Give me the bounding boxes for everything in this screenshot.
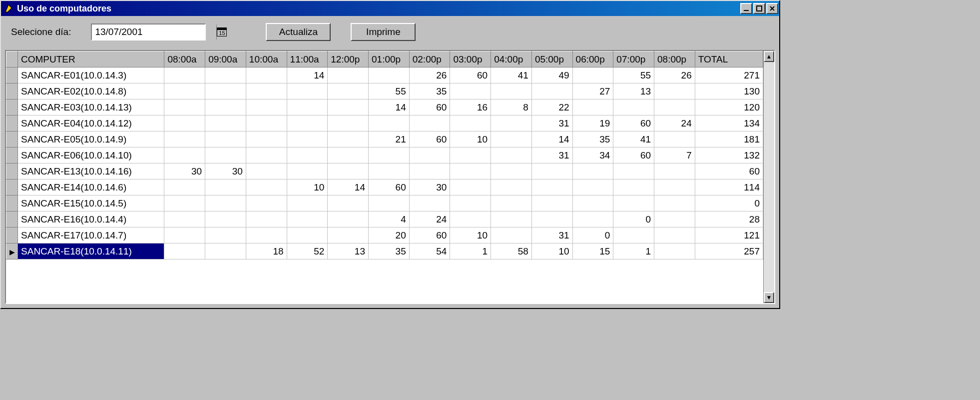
cell-h10[interactable]	[246, 180, 287, 196]
cell-h18[interactable]: 35	[572, 132, 613, 148]
cell-h10[interactable]	[246, 212, 287, 228]
cell-h14[interactable]	[409, 116, 450, 132]
cell-h15[interactable]: 10	[450, 228, 491, 244]
cell-h20[interactable]	[654, 228, 695, 244]
cell-h11[interactable]	[287, 212, 328, 228]
col-01p[interactable]: 01:00p	[369, 52, 410, 68]
titlebar[interactable]: Uso de computadores	[1, 1, 779, 16]
cell-h18[interactable]: 34	[572, 148, 613, 164]
cell-h13[interactable]: 21	[369, 132, 410, 148]
cell-h12[interactable]	[328, 68, 369, 84]
col-03p[interactable]: 03:00p	[450, 52, 491, 68]
cell-computer[interactable]: SANCAR-E15(10.0.14.5)	[18, 196, 164, 212]
cell-h16[interactable]: 41	[491, 68, 532, 84]
cell-computer[interactable]: SANCAR-E01(10.0.14.3)	[18, 68, 164, 84]
cell-h20[interactable]	[654, 84, 695, 100]
cell-h18[interactable]: 15	[572, 244, 613, 260]
cell-total[interactable]: 0	[695, 196, 763, 212]
cell-h08[interactable]	[164, 100, 205, 116]
scroll-up-button[interactable]: ▲	[764, 51, 774, 62]
cell-h11[interactable]: 14	[287, 68, 328, 84]
cell-h11[interactable]	[287, 148, 328, 164]
cell-h11[interactable]: 10	[287, 180, 328, 196]
cell-h20[interactable]: 7	[654, 148, 695, 164]
row-handle[interactable]	[6, 164, 18, 180]
row-handle[interactable]	[6, 84, 18, 100]
data-grid[interactable]: COMPUTER 08:00a 09:00a 10:00a 11:00a 12:…	[5, 50, 775, 304]
cell-h13[interactable]	[369, 196, 410, 212]
cell-total[interactable]: 114	[695, 180, 763, 196]
scroll-down-button[interactable]: ▼	[764, 292, 774, 303]
cell-h14[interactable]	[409, 164, 450, 180]
cell-h18[interactable]	[572, 196, 613, 212]
table-row[interactable]: SANCAR-E01(10.0.14.3)14266041495526271	[6, 68, 763, 84]
cell-h16[interactable]	[491, 196, 532, 212]
cell-h11[interactable]	[287, 164, 328, 180]
cell-h16[interactable]	[491, 116, 532, 132]
cell-total[interactable]: 132	[695, 148, 763, 164]
cell-h14[interactable]: 60	[409, 132, 450, 148]
cell-h12[interactable]	[328, 116, 369, 132]
cell-h20[interactable]	[654, 100, 695, 116]
cell-h09[interactable]	[205, 244, 246, 260]
cell-h17[interactable]: 22	[531, 100, 572, 116]
cell-h17[interactable]	[531, 180, 572, 196]
cell-h14[interactable]: 24	[409, 212, 450, 228]
col-06p[interactable]: 06:00p	[572, 52, 613, 68]
col-07p[interactable]: 07:00p	[613, 52, 654, 68]
cell-h18[interactable]: 27	[572, 84, 613, 100]
cell-h12[interactable]	[328, 132, 369, 148]
cell-h13[interactable]	[369, 148, 410, 164]
cell-h08[interactable]	[164, 116, 205, 132]
cell-h11[interactable]	[287, 196, 328, 212]
cell-h20[interactable]	[654, 164, 695, 180]
cell-computer[interactable]: SANCAR-E02(10.0.14.8)	[18, 84, 164, 100]
cell-total[interactable]: 28	[695, 212, 763, 228]
cell-h12[interactable]	[328, 148, 369, 164]
cell-h08[interactable]	[164, 132, 205, 148]
cell-h16[interactable]	[491, 228, 532, 244]
row-handle[interactable]	[6, 196, 18, 212]
actualiza-button[interactable]: Actualiza	[266, 23, 331, 41]
col-09a[interactable]: 09:00a	[205, 52, 246, 68]
cell-h20[interactable]: 24	[654, 116, 695, 132]
cell-h10[interactable]	[246, 116, 287, 132]
cell-h14[interactable]: 60	[409, 228, 450, 244]
col-11a[interactable]: 11:00a	[287, 52, 328, 68]
cell-computer[interactable]: SANCAR-E14(10.0.14.6)	[18, 180, 164, 196]
cell-h14[interactable]: 26	[409, 68, 450, 84]
cell-h14[interactable]	[409, 148, 450, 164]
cell-h19[interactable]	[613, 228, 654, 244]
cell-total[interactable]: 60	[695, 164, 763, 180]
table-row[interactable]: SANCAR-E06(10.0.14.10)3134607132	[6, 148, 763, 164]
cell-h09[interactable]	[205, 228, 246, 244]
cell-h14[interactable]: 54	[409, 244, 450, 260]
cell-h15[interactable]	[450, 212, 491, 228]
cell-total[interactable]: 257	[695, 244, 763, 260]
cell-h09[interactable]	[205, 100, 246, 116]
cell-h13[interactable]: 20	[369, 228, 410, 244]
cell-h19[interactable]: 41	[613, 132, 654, 148]
cell-h08[interactable]	[164, 212, 205, 228]
cell-computer[interactable]: SANCAR-E13(10.0.14.16)	[18, 164, 164, 180]
cell-h08[interactable]	[164, 68, 205, 84]
table-row[interactable]: SANCAR-E13(10.0.14.16)303060	[6, 164, 763, 180]
cell-h17[interactable]	[531, 212, 572, 228]
cell-h17[interactable]: 31	[531, 116, 572, 132]
cell-h11[interactable]	[287, 116, 328, 132]
col-05p[interactable]: 05:00p	[531, 52, 572, 68]
cell-h16[interactable]	[491, 132, 532, 148]
cell-h20[interactable]: 26	[654, 68, 695, 84]
cell-h13[interactable]	[369, 164, 410, 180]
row-handle[interactable]	[6, 148, 18, 164]
cell-h09[interactable]	[205, 116, 246, 132]
cell-h20[interactable]	[654, 212, 695, 228]
col-04p[interactable]: 04:00p	[491, 52, 532, 68]
table-row[interactable]: SANCAR-E16(10.0.14.4)424028	[6, 212, 763, 228]
cell-h19[interactable]: 60	[613, 148, 654, 164]
col-08p[interactable]: 08:00p	[654, 52, 695, 68]
cell-h15[interactable]	[450, 180, 491, 196]
cell-h10[interactable]	[246, 164, 287, 180]
cell-h09[interactable]	[205, 84, 246, 100]
cell-h13[interactable]	[369, 116, 410, 132]
